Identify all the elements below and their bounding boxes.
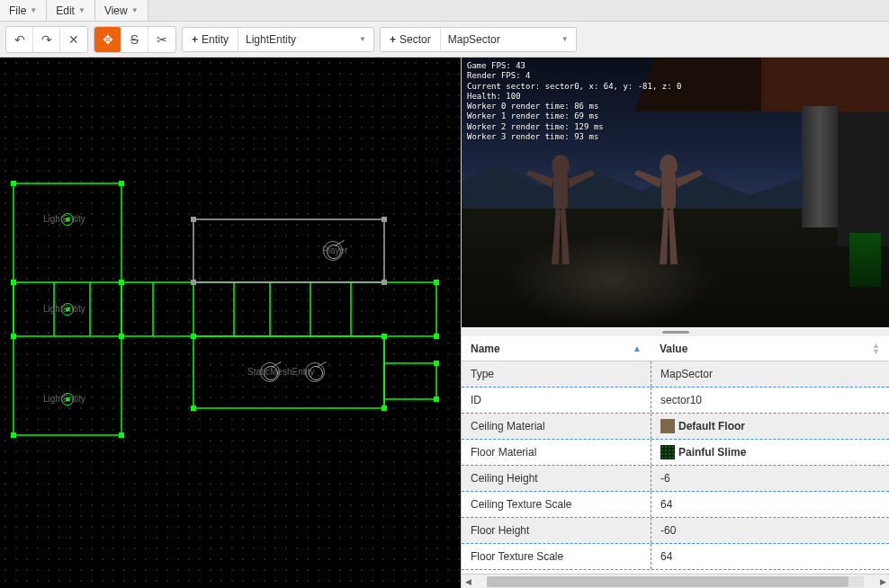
sort-icon: ▲▼ <box>872 343 880 354</box>
entity-label: StaticMeshEntity <box>247 367 314 377</box>
scroll-right-icon[interactable]: ▶ <box>876 577 889 586</box>
properties-header: Name▲ Value▲▼ <box>462 336 889 361</box>
prop-value[interactable]: 64 <box>651 544 889 569</box>
map-editor-view[interactable]: LightEntity LightEntity LightEntity Play… <box>0 58 461 588</box>
svg-rect-13 <box>384 363 436 399</box>
transform-group: ✥ S ✂ <box>94 26 176 53</box>
material-swatch-icon <box>660 419 675 433</box>
svg-rect-14 <box>193 219 384 282</box>
prop-value[interactable]: MapSector <box>651 361 889 387</box>
prop-value[interactable]: -60 <box>651 518 889 543</box>
property-row[interactable]: Ceiling Texture Scale 64 <box>462 492 889 518</box>
entity-label: LightEntity <box>43 394 85 404</box>
menu-edit[interactable]: Edit▼ <box>47 0 95 21</box>
vertex-handle[interactable] <box>119 334 124 339</box>
debug-stats: Game FPS: 43 Render FPS: 4 Current secto… <box>467 61 681 142</box>
menu-view[interactable]: View▼ <box>95 0 148 21</box>
prop-name: Floor Material <box>462 446 651 459</box>
vertex-handle[interactable] <box>119 280 124 285</box>
vertex-handle[interactable] <box>382 405 387 411</box>
vertex-handle[interactable] <box>191 405 196 411</box>
cut-button[interactable]: ✂ <box>148 27 175 52</box>
vertex-handle[interactable] <box>191 334 196 339</box>
prop-value[interactable]: Default Floor <box>651 414 889 439</box>
add-entity-button[interactable]: +Entity <box>183 28 238 51</box>
property-row[interactable]: Ceiling Height -6 <box>462 466 889 492</box>
add-sector-button[interactable]: +Sector <box>381 28 441 51</box>
vertex-handle[interactable] <box>382 334 387 339</box>
property-row[interactable]: Floor Height -60 <box>462 518 889 544</box>
vertex-handle[interactable] <box>191 280 196 285</box>
vertex-handle[interactable] <box>191 217 196 222</box>
chevron-down-icon: ▼ <box>78 6 85 14</box>
menu-file[interactable]: File▼ <box>0 0 47 21</box>
prop-value[interactable]: 64 <box>651 492 889 517</box>
prop-value[interactable]: Painful Slime <box>651 440 889 465</box>
entity-select[interactable]: LightEntity▼ <box>238 28 373 51</box>
strikethrough-button[interactable]: S <box>121 27 148 52</box>
material-swatch-icon <box>660 445 675 459</box>
vertex-handle[interactable] <box>119 432 124 438</box>
sort-asc-icon: ▲ <box>633 343 642 353</box>
ceiling-front <box>761 58 890 111</box>
prop-name: Type <box>462 368 651 380</box>
redo-button[interactable]: ↷ <box>33 27 60 52</box>
vertex-handle[interactable] <box>434 334 439 339</box>
undo-button[interactable]: ↶ <box>6 27 33 52</box>
chevron-down-icon: ▼ <box>30 6 37 14</box>
chevron-down-icon: ▼ <box>359 35 366 43</box>
property-row[interactable]: Floor Material Painful Slime <box>462 440 889 466</box>
move-tool-button[interactable]: ✥ <box>94 27 121 52</box>
prop-value[interactable]: sector10 <box>651 388 889 413</box>
vertex-handle[interactable] <box>11 181 16 186</box>
svg-rect-16 <box>553 173 568 209</box>
pillar <box>802 106 838 227</box>
prop-name: ID <box>462 394 651 406</box>
property-row[interactable]: Floor Texture Scale 64 <box>462 544 889 570</box>
vertex-handle[interactable] <box>382 217 387 222</box>
wall <box>838 111 889 246</box>
scroll-track[interactable] <box>487 576 864 587</box>
svg-rect-18 <box>661 173 676 209</box>
prop-value[interactable]: -6 <box>651 466 889 491</box>
3d-preview[interactable]: Game FPS: 43 Render FPS: 4 Current secto… <box>462 58 889 327</box>
vertex-handle[interactable] <box>119 181 124 186</box>
vertex-handle[interactable] <box>434 396 439 402</box>
property-row[interactable]: Type MapSector <box>462 361 889 388</box>
sector-combo: +Sector MapSector▼ <box>380 27 577 52</box>
plus-icon: + <box>390 33 396 46</box>
scroll-thumb[interactable] <box>487 576 849 587</box>
chevron-down-icon: ▼ <box>131 6 139 14</box>
prop-name: Ceiling Texture Scale <box>462 498 651 511</box>
delete-button[interactable]: ✕ <box>60 27 87 52</box>
sector-select[interactable]: MapSector▼ <box>441 28 576 51</box>
column-value-header[interactable]: Value▲▼ <box>651 343 889 355</box>
prop-name: Floor Height <box>462 524 651 537</box>
prop-name: Floor Texture Scale <box>462 550 651 563</box>
prop-name: Ceiling Material <box>462 420 651 432</box>
property-row[interactable]: ID sector10 <box>462 388 889 414</box>
green-object <box>849 233 881 287</box>
vertex-handle[interactable] <box>434 361 439 366</box>
entity-label: LightEntity <box>43 304 85 314</box>
scroll-left-icon[interactable]: ◀ <box>462 577 474 586</box>
vertex-handle[interactable] <box>434 280 439 285</box>
grip-icon <box>662 331 689 334</box>
entity-combo: +Entity LightEntity▼ <box>182 27 374 52</box>
vertex-handle[interactable] <box>11 280 16 285</box>
plus-icon: + <box>192 33 198 46</box>
vertex-handle[interactable] <box>11 432 16 438</box>
scissors-icon: ✂ <box>157 32 167 47</box>
horizontal-scrollbar[interactable]: ◀ ▶ <box>462 574 889 588</box>
menubar: File▼ Edit▼ View▼ <box>0 0 889 22</box>
property-row[interactable]: Ceiling Material Default Floor <box>462 414 889 440</box>
history-group: ↶ ↷ ✕ <box>5 26 88 53</box>
toolbar: ↶ ↷ ✕ ✥ S ✂ +Entity LightEntity▼ +Sector… <box>0 22 889 58</box>
vertex-handle[interactable] <box>382 280 387 285</box>
vertex-handle[interactable] <box>11 334 16 339</box>
column-name-header[interactable]: Name▲ <box>462 343 651 355</box>
panel-splitter[interactable] <box>462 327 889 336</box>
monster-model <box>633 147 705 273</box>
move-icon: ✥ <box>103 32 113 47</box>
map-geometry <box>0 58 461 588</box>
